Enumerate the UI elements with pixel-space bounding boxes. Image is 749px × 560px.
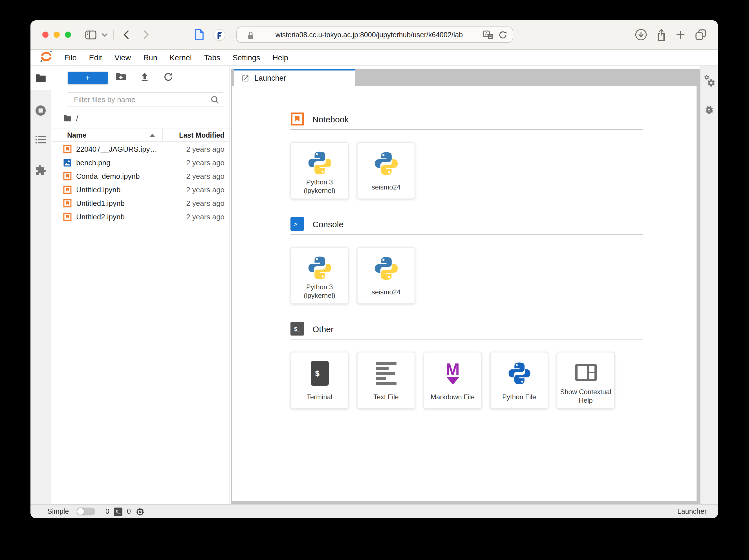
left-sidebar-strip bbox=[30, 66, 51, 504]
url-text: wisteria08.cc.u-tokyo.ac.jp:8000/jupyter… bbox=[257, 31, 481, 39]
file-row[interactable]: Conda_demo.ipynb 2 years ago bbox=[52, 169, 230, 183]
kernel-session-counts[interactable]: 0 $_ 0 bbox=[105, 505, 145, 518]
traffic-lights bbox=[42, 31, 71, 38]
status-context-label: Launcher bbox=[677, 508, 707, 515]
translate-icon[interactable]: A bbox=[483, 30, 493, 39]
extension-document-icon[interactable] bbox=[195, 29, 204, 41]
launcher-card-console-seismo24[interactable]: seismo24 bbox=[357, 247, 415, 304]
forward-button[interactable] bbox=[143, 30, 149, 40]
file-row[interactable]: Untitled2.ipynb 2 years ago bbox=[52, 210, 230, 223]
launcher-panel: Notebook Python 3 (ipykernel) seismo24 bbox=[232, 86, 697, 501]
file-modified: 2 years ago bbox=[186, 172, 224, 180]
sidebar-tab-property-inspector[interactable] bbox=[701, 74, 718, 88]
sidebar-toggle-icon[interactable] bbox=[85, 30, 97, 39]
close-window-button[interactable] bbox=[42, 31, 48, 38]
image-file-icon bbox=[63, 158, 72, 167]
card-label: Text File bbox=[371, 390, 401, 408]
file-modified: 2 years ago bbox=[186, 185, 224, 194]
launcher-card-text-file[interactable]: Text File bbox=[357, 352, 415, 409]
breadcrumb-root[interactable]: / bbox=[76, 113, 79, 122]
file-browser-toolbar: + bbox=[52, 71, 230, 85]
file-row[interactable]: bench.png 2 years ago bbox=[52, 156, 230, 169]
file-row[interactable]: Untitled.ipynb 2 years ago bbox=[52, 183, 230, 196]
console-section-icon: >_ bbox=[291, 217, 304, 231]
menu-view[interactable]: View bbox=[108, 53, 137, 62]
python-file-icon bbox=[507, 361, 532, 386]
right-sidebar-strip bbox=[700, 66, 718, 504]
new-tab-icon[interactable] bbox=[676, 30, 685, 40]
lock-icon bbox=[248, 31, 254, 40]
filter-files-input[interactable] bbox=[68, 92, 223, 107]
sort-ascending-icon bbox=[149, 134, 155, 137]
launcher-card-python-file[interactable]: Python File bbox=[490, 352, 548, 409]
tab-launcher[interactable]: Launcher bbox=[234, 69, 355, 86]
notebook-file-icon bbox=[63, 145, 72, 153]
markdown-icon: M bbox=[446, 362, 460, 385]
new-launcher-button[interactable]: + bbox=[68, 72, 108, 84]
launcher-card-notebook-python3[interactable]: Python 3 (ipykernel) bbox=[291, 142, 348, 199]
launcher-tab-icon bbox=[241, 74, 249, 82]
sidebar-tab-running[interactable] bbox=[30, 105, 51, 116]
status-bar: Simple 0 $_ 0 Launcher bbox=[30, 504, 718, 518]
section-divider bbox=[291, 339, 643, 340]
list-icon bbox=[35, 135, 46, 144]
back-button[interactable] bbox=[123, 30, 129, 40]
reload-icon[interactable] bbox=[498, 30, 507, 39]
launcher-card-show-contextual-help[interactable]: Show Contextual Help bbox=[557, 352, 615, 409]
main-dock-panel: Launcher Notebook Python 3 bbox=[231, 69, 700, 504]
menu-kernel[interactable]: Kernel bbox=[164, 53, 198, 62]
file-modified: 2 years ago bbox=[186, 145, 224, 153]
menu-file[interactable]: File bbox=[58, 53, 83, 62]
simple-mode-label: Simple bbox=[47, 508, 69, 515]
downloads-icon[interactable] bbox=[635, 29, 647, 41]
menu-settings[interactable]: Settings bbox=[227, 53, 266, 62]
section-divider bbox=[291, 129, 643, 130]
section-title: Console bbox=[313, 219, 343, 229]
kernels-count: 0 bbox=[127, 508, 131, 515]
menu-help[interactable]: Help bbox=[266, 53, 294, 62]
security-extension-icon[interactable] bbox=[213, 28, 226, 41]
folder-icon bbox=[35, 73, 46, 83]
home-folder-icon[interactable] bbox=[63, 114, 72, 122]
menu-run[interactable]: Run bbox=[137, 53, 164, 62]
tab-launcher-label: Launcher bbox=[254, 74, 286, 82]
launcher-card-markdown-file[interactable]: M Markdown File bbox=[424, 352, 481, 409]
column-header-last-modified[interactable]: Last Modified bbox=[179, 131, 224, 139]
zoom-window-button[interactable] bbox=[65, 31, 71, 38]
share-icon[interactable] bbox=[657, 28, 666, 41]
menu-items: File Edit View Run Kernel Tabs Settings … bbox=[58, 53, 294, 62]
sidebar-tab-file-browser[interactable] bbox=[30, 66, 51, 90]
sidebar-tab-extensions[interactable] bbox=[30, 165, 51, 176]
file-row[interactable]: Untitled1.ipynb 2 years ago bbox=[52, 196, 230, 210]
chevron-down-icon[interactable] bbox=[102, 33, 108, 37]
tab-overview-icon[interactable] bbox=[695, 29, 707, 41]
address-bar[interactable]: wisteria08.cc.u-tokyo.ac.jp:8000/jupyter… bbox=[236, 26, 513, 43]
launcher-card-notebook-seismo24[interactable]: seismo24 bbox=[357, 142, 415, 199]
new-folder-icon[interactable] bbox=[115, 72, 126, 81]
upload-icon[interactable] bbox=[140, 72, 149, 82]
kernel-chip-icon bbox=[135, 507, 145, 516]
menu-edit[interactable]: Edit bbox=[83, 53, 109, 62]
python-logo-icon bbox=[306, 255, 333, 281]
file-name: bench.png bbox=[76, 158, 110, 167]
file-modified: 2 years ago bbox=[186, 212, 224, 221]
svg-text:A: A bbox=[485, 31, 488, 36]
launcher-card-terminal[interactable]: $_ Terminal bbox=[291, 352, 348, 409]
sidebar-tab-debugger[interactable] bbox=[701, 104, 718, 115]
jupyter-logo bbox=[40, 50, 53, 65]
launcher-section-console: >_ Console Python 3 (ipykernel) seis bbox=[291, 217, 697, 304]
column-header-name[interactable]: Name bbox=[67, 131, 86, 139]
launcher-card-console-python3[interactable]: Python 3 (ipykernel) bbox=[291, 247, 348, 304]
sidebar-tab-table-of-contents[interactable] bbox=[30, 135, 51, 144]
minimize-window-button[interactable] bbox=[53, 31, 60, 38]
file-modified: 2 years ago bbox=[186, 158, 224, 167]
simple-mode-toggle[interactable] bbox=[77, 508, 95, 515]
menu-tabs[interactable]: Tabs bbox=[198, 53, 227, 62]
section-title: Other bbox=[313, 324, 334, 333]
card-label: Show Contextual Help bbox=[557, 388, 614, 408]
file-row[interactable]: 220407__JAGURS.ipy… 2 years ago bbox=[52, 142, 230, 156]
terminal-status-icon: $_ bbox=[114, 507, 122, 516]
terminal-icon: $_ bbox=[311, 361, 328, 386]
bug-icon bbox=[704, 104, 714, 115]
refresh-icon[interactable] bbox=[164, 72, 173, 82]
